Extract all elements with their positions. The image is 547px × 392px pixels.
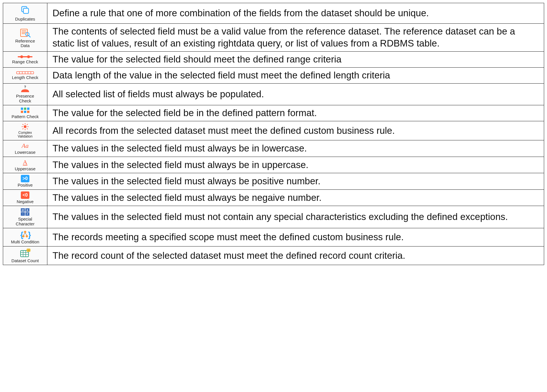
svg-text:~: ~ (22, 213, 23, 215)
presence-check-icon: ? (20, 85, 30, 93)
svg-line-47 (25, 233, 27, 235)
desc-cell: The value for the selected field should … (47, 52, 544, 68)
length-check-icon (16, 71, 34, 75)
svg-rect-21 (21, 111, 23, 113)
desc-cell: The records meeting a specified scope mu… (47, 228, 544, 246)
svg-rect-20 (27, 108, 29, 110)
icon-label: Length Check (12, 75, 39, 80)
svg-rect-18 (21, 108, 23, 110)
desc-cell: The contents of selected field must be a… (47, 23, 544, 52)
table-row: Reference Data The contents of selected … (3, 23, 544, 52)
icon-label: Lowercase (15, 150, 36, 155)
icon-label: Duplicates (15, 17, 35, 22)
icon-label: Positive (18, 183, 33, 188)
svg-point-43 (24, 231, 26, 233)
desc-cell: The record count of the selected dataset… (47, 246, 544, 265)
uppercase-icon: A (23, 159, 27, 166)
multi-condition-icon: { } (19, 230, 31, 239)
desc-cell: The values in the selected field must no… (47, 206, 544, 228)
svg-rect-22 (24, 111, 26, 113)
icon-label: Uppercase (15, 167, 36, 171)
svg-point-44 (22, 235, 25, 237)
icon-label: Presence Check (15, 94, 35, 103)
svg-point-9 (20, 55, 23, 58)
svg-line-7 (29, 35, 30, 37)
reference-data-icon (19, 27, 31, 38)
icon-cell-dataset-count: 20 Dataset Count (3, 246, 47, 265)
svg-line-29 (23, 124, 23, 125)
icon-cell-duplicates: Duplicates (3, 3, 47, 24)
svg-rect-23 (27, 111, 29, 113)
desc-cell: All selected list of fields must always … (47, 84, 544, 105)
icon-cell-reference-data: Reference Data (3, 23, 47, 52)
icon-cell-complex-validation: Complex Validation (3, 121, 47, 140)
svg-text:?: ? (24, 85, 26, 89)
rules-table: Duplicates Define a rule that one of mor… (3, 3, 544, 265)
icon-label: Range Check (12, 60, 38, 64)
svg-text:&: & (27, 209, 29, 211)
svg-rect-19 (24, 108, 26, 110)
svg-text:@: @ (22, 209, 24, 211)
table-row: <0 Negative The values in the selected f… (3, 189, 544, 206)
svg-line-30 (27, 128, 28, 129)
svg-line-32 (27, 124, 28, 125)
table-row: Range Check The value for the selected f… (3, 52, 544, 68)
desc-cell: All records from the selected dataset mu… (47, 121, 544, 140)
desc-cell: The values in the selected field must al… (47, 157, 544, 173)
positive-icon: >0 (21, 175, 29, 182)
desc-cell: The value for the selected field be in t… (47, 105, 544, 121)
range-check-icon (17, 54, 34, 59)
negative-icon: <0 (21, 191, 29, 199)
icon-label: Pattern Check (11, 114, 39, 119)
lowercase-icon: Aa (22, 142, 29, 149)
icon-cell-special-character: @ & ~ # Special Character (3, 206, 47, 228)
icon-cell-presence-check: ? Presence Check (3, 84, 47, 105)
desc-cell: Data length of the value in the selected… (47, 68, 544, 84)
svg-text:#: # (27, 213, 28, 215)
svg-text:{: { (20, 230, 23, 239)
table-row: Length Check Data length of the value in… (3, 68, 544, 84)
table-row: Aa Lowercase The values in the selected … (3, 140, 544, 157)
complex-validation-icon (21, 123, 29, 130)
icon-cell-length-check: Length Check (3, 68, 47, 84)
icon-label: Multi Condition (11, 240, 39, 245)
icon-cell-negative: <0 Negative (3, 189, 47, 206)
table-row: Duplicates Define a rule that one of mor… (3, 3, 544, 24)
desc-cell: The values in the selected field must al… (47, 173, 544, 190)
svg-point-24 (24, 125, 27, 128)
desc-cell: The values in the selected field must al… (47, 140, 544, 157)
table-row: ? Presence Check All selected list of fi… (3, 84, 544, 105)
svg-line-46 (23, 233, 25, 235)
icon-label: Negative (17, 199, 33, 204)
icon-cell-pattern-check: Pattern Check (3, 105, 47, 121)
svg-rect-1 (23, 8, 29, 13)
icon-cell-uppercase: A Uppercase (3, 157, 47, 173)
duplicates-icon (19, 5, 31, 16)
table-row: Complex Validation All records from the … (3, 121, 544, 140)
icon-label: Special Character (14, 217, 37, 226)
svg-text:}: } (28, 230, 31, 239)
table-row: @ & ~ # Special Character The values in … (3, 206, 544, 228)
dataset-count-icon: 20 (19, 248, 31, 258)
table-row: Pattern Check The value for the selected… (3, 105, 544, 121)
table-row: 20 Dataset Count The record count of the… (3, 246, 544, 265)
svg-point-45 (26, 235, 28, 237)
special-character-icon: @ & ~ # (20, 208, 30, 216)
desc-cell: Define a rule that one of more combinati… (47, 3, 544, 24)
table-row: A Uppercase The values in the selected f… (3, 157, 544, 173)
svg-line-31 (23, 128, 23, 129)
table-row: >0 Positive The values in the selected f… (3, 173, 544, 190)
pattern-check-icon (20, 107, 30, 114)
svg-text:20: 20 (27, 249, 30, 251)
icon-label: Reference Data (14, 39, 37, 48)
icon-cell-multi-condition: { } Multi Condition (3, 228, 47, 246)
icon-label: Complex Validation (15, 131, 35, 138)
table-row: { } Multi Condition The records meeting … (3, 228, 544, 246)
icon-label: Dataset Count (11, 258, 39, 263)
icon-cell-positive: >0 Positive (3, 173, 47, 190)
svg-point-10 (27, 55, 30, 58)
icon-cell-lowercase: Aa Lowercase (3, 140, 47, 157)
desc-cell: The values in the selected field must al… (47, 189, 544, 206)
icon-cell-range-check: Range Check (3, 52, 47, 68)
